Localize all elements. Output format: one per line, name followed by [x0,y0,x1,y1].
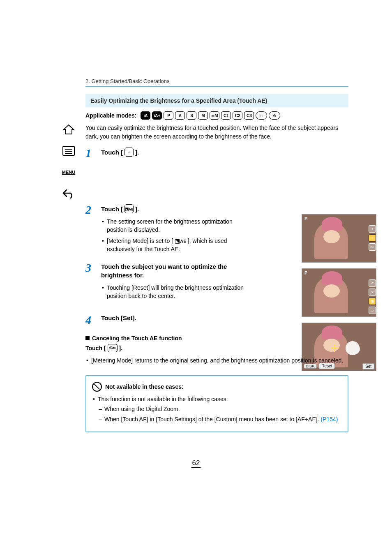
step-text: ]. [135,205,139,212]
mode-badge: P [304,270,307,275]
step-number: 3 [85,262,95,274]
intro-text: You can easily optimize the brightness f… [85,124,348,141]
step-text: Touch [ [101,205,123,212]
mode-icon: A [175,111,185,120]
touch-ae-icon: ⬔ᴀᴇ [125,204,134,213]
mode-icon: S [187,111,196,120]
not-available-icon [92,382,102,392]
step-text: Touch [ [101,149,123,156]
note-box: Not available in these cases: This funct… [85,375,348,432]
bullet: The setting screen for the brightness op… [101,217,249,234]
example-photo-2: P ⇵ ✕ ⬔ ▭ [302,268,376,317]
applicable-modes: Applicable modes: iA iA+ P A S M ≃M C1 C… [85,111,348,120]
cancel-ae-icon: ⦾ᴀᴇ [108,344,118,352]
mode-icon: ⦸ [269,111,280,120]
mode-icon: □ [256,111,267,120]
mode-icon: C2 [233,111,242,120]
mode-icon: P [164,111,173,120]
mode-icon: ≃M [210,111,219,120]
bullet: [Metering Mode] is set to [ ⬔ᴀᴇ ], which… [101,237,249,254]
step-number: 1 [85,148,95,159]
overlay-icon[interactable]: ⇵ [369,279,376,287]
step-number: 4 [85,314,95,326]
note-intro: This function is not available in the fo… [92,395,342,423]
back-icon[interactable] [61,187,76,200]
step-1: 1 Touch [ ‹ ]. [85,148,348,159]
set-button[interactable]: Set [362,363,374,369]
target-cross-icon [331,344,338,352]
fn-button[interactable]: Fn [369,243,376,251]
page-link[interactable]: (P154) [321,416,338,422]
mode-badge: P [304,216,307,221]
modes-label: Applicable modes: [85,112,136,119]
overlay-icon[interactable]: ✦ [369,225,376,233]
mode-icon: C3 [244,111,254,120]
step-text: ]. [135,149,139,156]
touch-ae-icon[interactable]: ⬔ [369,298,376,305]
contents-icon[interactable] [61,145,76,157]
step-number: 2 [85,204,95,216]
example-photo-1: P ✦ ‹ Fn [302,214,376,263]
mode-icon: C1 [221,111,231,120]
breadcrumb: 2. Getting Started/Basic Operations [85,78,348,87]
overlay-icon[interactable]: ▭ [369,307,376,314]
sidebar: MENU [58,123,79,200]
note-item: When using the Digital Zoom. [98,405,342,413]
step-text: Touch the subject you want to optimize t… [101,262,249,279]
note-item: When [Touch AF] in [Touch Settings] of t… [98,415,342,423]
home-icon[interactable] [61,123,76,136]
overlay-icon[interactable]: ✕ [369,289,376,296]
mode-icon: iA [141,111,150,120]
mode-icon: M [198,111,208,120]
square-bullet-icon [85,336,90,340]
bullet: Touching [Reset] will bring the brightne… [101,284,249,300]
note-heading: Not available in these cases: [105,383,184,390]
bullet: [Metering Mode] returns to the original … [85,356,348,365]
mode-icon: iA+ [152,111,162,120]
page-number[interactable]: 62 [191,459,201,468]
menu-icon[interactable]: MENU [61,166,76,178]
section-title: Easily Optimizing the Brightness for a S… [85,94,348,107]
touch-tab-icon[interactable]: ‹ [369,234,376,242]
touch-tab-icon: ‹ [125,148,134,157]
